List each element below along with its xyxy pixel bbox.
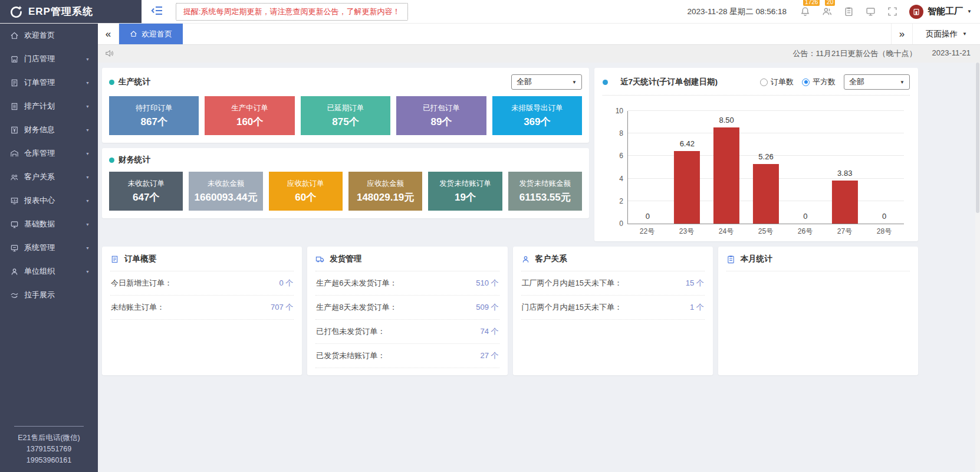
sidebar-item-plan[interactable]: 排产计划▼ <box>0 94 98 118</box>
bar[interactable] <box>832 181 858 224</box>
sidebar-item-order[interactable]: 订单管理▼ <box>0 71 98 94</box>
finance-tile[interactable]: 发货未结账金额61153.55元 <box>508 172 582 211</box>
y-axis-tick-label: 8 <box>608 129 623 137</box>
sidebar-item-person[interactable]: 单位组织▼ <box>0 260 98 283</box>
panel-row-value[interactable]: 15 个 <box>686 278 704 289</box>
bar[interactable] <box>674 151 700 224</box>
bell-icon[interactable]: 1726 <box>800 6 811 17</box>
sidebar-item-label: 订单管理 <box>24 77 80 88</box>
panel-row-value[interactable]: 1 个 <box>690 302 704 313</box>
store-icon <box>10 55 19 64</box>
app-title: ERP管理系统 <box>28 5 93 18</box>
tab-welcome-home[interactable]: 欢迎首页 <box>119 24 183 44</box>
scrollbar[interactable] <box>975 63 980 472</box>
production-stats-card: 生产统计 全部 ▼ 待打印订单867个生产中订单160个已延期订单875个已打包… <box>102 68 589 143</box>
collapse-sidebar-icon[interactable] <box>151 4 166 19</box>
content-inner: 生产统计 全部 ▼ 待打印订单867个生产中订单160个已延期订单875个已打包… <box>102 68 918 375</box>
stats-row: 生产统计 全部 ▼ 待打印订单867个生产中订单160个已延期订单875个已打包… <box>102 68 918 241</box>
clipboard-icon[interactable] <box>844 6 854 17</box>
top-bar-right: 2023-11-28 星期二 08:56:18 1726 20 <box>687 5 972 19</box>
finance-tile[interactable]: 未收款订单647个 <box>109 172 183 211</box>
sidebar-item-label: 仓库管理 <box>24 148 80 159</box>
person-icon <box>10 267 19 276</box>
tile-label: 待打印订单 <box>136 103 173 113</box>
production-filter-select[interactable]: 全部 ▼ <box>511 74 582 90</box>
panel-row-value[interactable]: 27 个 <box>480 350 498 361</box>
chevron-down-icon: ▼ <box>85 104 90 109</box>
summary-panels-row: 订单概要今日新增主订单：0 个未结账主订单：707 个发货管理生产超6天未发货订… <box>102 247 918 375</box>
support-phone-1: 13791551769 <box>6 444 92 455</box>
finance-tile[interactable]: 发货未结账订单19个 <box>428 172 502 211</box>
bar[interactable] <box>713 127 739 224</box>
contacts-icon[interactable]: 20 <box>822 6 833 17</box>
bar-value-label: 5.26 <box>746 152 786 161</box>
radio-icon <box>802 78 810 86</box>
chevron-down-icon: ▼ <box>85 199 90 203</box>
scrollbar-thumb[interactable] <box>976 63 979 213</box>
panel-row-label: 今日新增主订单： <box>111 278 172 289</box>
support-phone-2: 19953960161 <box>6 455 92 466</box>
sidebar-item-hands[interactable]: 拉手展示 <box>0 283 98 307</box>
chevron-down-icon: ▼ <box>85 246 90 250</box>
chart-filter-select[interactable]: 全部 ▼ <box>844 74 910 90</box>
speaker-icon[interactable] <box>105 49 114 58</box>
panel-row-value[interactable]: 707 个 <box>271 302 293 313</box>
sidebar-item-store[interactable]: 门店管理▼ <box>0 47 98 71</box>
panel-header: 发货管理 <box>315 254 499 271</box>
panel-row-value[interactable]: 510 个 <box>476 278 498 289</box>
account-menu[interactable]: 智能工厂 ▼ <box>909 5 972 19</box>
panel-row-value[interactable]: 74 个 <box>480 326 498 337</box>
chart-filter-value: 全部 <box>849 77 864 87</box>
production-tile[interactable]: 已延期订单875个 <box>301 96 390 135</box>
display-icon[interactable] <box>866 6 876 17</box>
bar[interactable] <box>753 164 779 224</box>
tile-value: 875个 <box>332 115 359 129</box>
bar-value-label: 3.83 <box>825 169 864 178</box>
system-reminder: 提醒:系统每周定期更新，请注意查阅更新公告，了解更新内容！ <box>176 3 408 21</box>
sidebar-item-monitor[interactable]: 基础数据▼ <box>0 212 98 236</box>
panel-clipboard: 本月统计 <box>718 247 918 375</box>
person-icon <box>521 255 530 264</box>
sidebar-item-warehouse[interactable]: 仓库管理▼ <box>0 142 98 165</box>
sidebar-item-label: 系统管理 <box>24 242 80 253</box>
support-phone-label: E21售后电话(微信) <box>6 432 92 444</box>
panel-row: 已打包未发货订单：74 个 <box>315 320 499 344</box>
finance-tile[interactable]: 应收款金额148029.19元 <box>348 172 422 211</box>
sidebar-item-label: 基础数据 <box>24 219 80 230</box>
panel-title: 客户关系 <box>535 254 567 264</box>
production-tile[interactable]: 未排版导出订单369个 <box>492 96 582 135</box>
bullet-dot-icon <box>109 158 114 163</box>
sidebar-item-report[interactable]: 报表中心▼ <box>0 189 98 212</box>
sidebar-item-people[interactable]: 客户关系▼ <box>0 165 98 189</box>
announcement-text[interactable]: 公告：11月21日更新公告（晚十点） <box>792 48 916 59</box>
radio-order-count[interactable]: 订单数 <box>760 77 794 87</box>
production-tile[interactable]: 待打印订单867个 <box>109 96 199 135</box>
chart-plot: 024681006.428.505.2603.830 <box>627 111 904 224</box>
tabs-scroll-left-icon[interactable]: « <box>98 24 119 44</box>
radio-square-count[interactable]: 平方数 <box>802 77 836 87</box>
finance-tile[interactable]: 应收款订单60个 <box>269 172 343 211</box>
tile-label: 生产中订单 <box>231 103 268 113</box>
tile-value: 89个 <box>430 115 452 129</box>
tabs-scroll-right-icon[interactable]: » <box>891 24 912 44</box>
x-axis-tick-label: 22号 <box>627 227 667 237</box>
panel-row-value[interactable]: 509 个 <box>476 302 498 313</box>
panel-row-value[interactable]: 0 个 <box>279 278 293 289</box>
app-body: 欢迎首页门店管理▼订单管理▼排产计划▼财务信息▼仓库管理▼客户关系▼报表中心▼基… <box>0 24 980 472</box>
panel-row: 生产超6天未发货订单：510 个 <box>315 271 499 296</box>
sidebar-item-home[interactable]: 欢迎首页 <box>0 24 98 47</box>
page-actions-menu[interactable]: 页面操作 ▼ <box>912 24 980 44</box>
sidebar-footer: E21售后电话(微信) 13791551769 19953960161 <box>0 419 98 472</box>
tile-label: 应收款订单 <box>287 179 324 189</box>
finance-tile[interactable]: 未收款金额1660093.44元 <box>189 172 262 211</box>
chevron-down-icon: ▼ <box>900 80 905 85</box>
sidebar-item-system[interactable]: 系统管理▼ <box>0 236 98 260</box>
sidebar-item-label: 财务信息 <box>24 124 80 135</box>
fullscreen-icon[interactable] <box>887 6 898 17</box>
content: 生产统计 全部 ▼ 待打印订单867个生产中订单160个已延期订单875个已打包… <box>98 63 980 472</box>
production-tile[interactable]: 已打包订单89个 <box>396 96 486 135</box>
erp-app: ERP管理系统 提醒:系统每周定期更新，请注意查阅更新公告，了解更新内容！ 20… <box>0 0 980 472</box>
production-tile[interactable]: 生产中订单160个 <box>205 96 294 135</box>
sidebar-item-finance[interactable]: 财务信息▼ <box>0 118 98 142</box>
bell-badge: 1726 <box>803 0 820 6</box>
